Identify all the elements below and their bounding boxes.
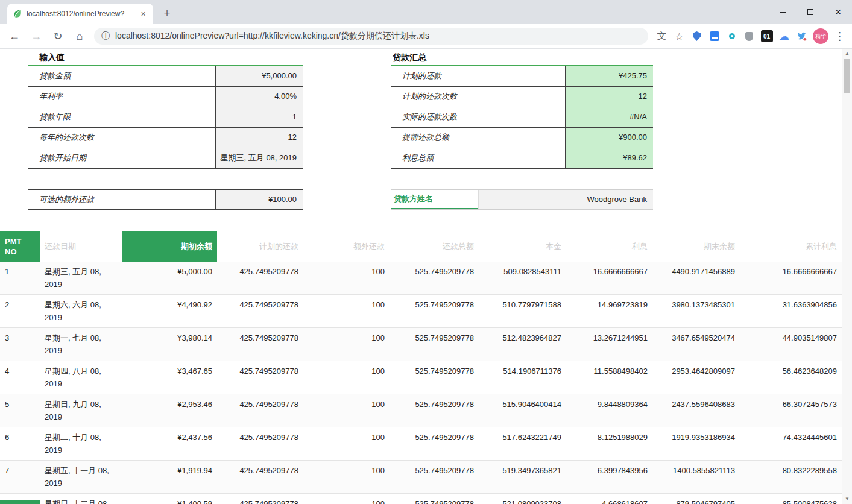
cell-extra-payment: 100 (303, 361, 390, 394)
summary-section-title: 贷款汇总 (391, 51, 653, 65)
cell-ending-balance: 2953.4642809097 (652, 361, 740, 394)
maximize-button[interactable] (797, 0, 824, 24)
cell-ending-balance: 3980.1373485301 (652, 295, 740, 328)
reload-button[interactable]: ↻ (48, 27, 68, 46)
vertical-scrollbar[interactable]: ▲ ▼ (842, 49, 852, 504)
cell-total-payment: 525.7495209778 (390, 461, 479, 494)
header-total-payment: 还款总额 (390, 231, 479, 262)
amortization-schedule: PMT NO 还款日期 期初余额 计划的还款 额外还款 还款总额 本金 利息 期… (0, 231, 842, 504)
back-button[interactable]: ← (5, 27, 24, 46)
tab-strip: localhost:8012/onlinePreview? × + × (0, 0, 852, 24)
cell-beginning-balance: ¥5,000.00 (122, 262, 217, 295)
gray-extension-icon[interactable] (740, 28, 758, 45)
browser-window: localhost:8012/onlinePreview? × + × ← → … (0, 0, 852, 504)
ring-icon (729, 33, 735, 39)
scroll-up-button[interactable]: ▲ (842, 49, 852, 58)
input-row-label: 每年的还款次数 (28, 128, 216, 148)
loan-summary-table: 计划的还款 ¥425.75 计划的还款次数 12 实际的还款次数 #N/A (391, 65, 653, 169)
cell-cumulative-interest: 44.9035149807 (740, 328, 842, 361)
ring-extension-icon[interactable] (723, 28, 740, 45)
cell-scheduled-payment: 425.7495209778 (217, 494, 303, 504)
schedule-row: 6 星期二, 十月 08, 2019 ¥2,437.56 425.7495209… (0, 427, 842, 461)
summary-row: 提前还款总额 ¥900.00 (391, 128, 653, 148)
summary-row: 实际的还款次数 #N/A (391, 107, 653, 128)
minimize-icon (780, 12, 786, 13)
cell-total-payment: 525.7495209778 (390, 328, 479, 361)
cell-cumulative-interest: 80.8322289558 (740, 461, 842, 494)
cell-principal: 521.0809023708 (479, 494, 566, 504)
tab-close-icon[interactable]: × (138, 9, 148, 19)
browser-tab[interactable]: localhost:8012/onlinePreview? × (7, 4, 153, 24)
schedule-row: 5 星期日, 九月 08, 2019 ¥2,953.46 425.7495209… (0, 394, 842, 427)
cell-extra-payment: 100 (303, 461, 390, 494)
cell-principal: 515.9046400414 (479, 394, 566, 427)
badge-01-extension-icon[interactable]: 01 (758, 28, 775, 45)
summary-row-label: 实际的还款次数 (391, 107, 566, 127)
cell-ending-balance: 2437.5596408683 (652, 394, 740, 427)
blue-square-icon (710, 31, 719, 41)
input-row-value: 12 (216, 128, 303, 148)
browser-menu-button[interactable]: ⋮ (831, 28, 848, 45)
header-extra-payment: 额外还款 (303, 231, 390, 262)
cell-interest: 4.668618607 (566, 494, 652, 504)
cell-payment-date: 星期二, 十月 08, 2019 (40, 427, 122, 461)
cell-scheduled-payment: 425.7495209778 (217, 295, 303, 328)
cell-pmt-no: 1 (0, 262, 40, 295)
address-bar[interactable]: ⓘ localhost:8012/onlinePreview?url=http:… (94, 28, 648, 45)
cell-interest: 14.969723819 (566, 295, 652, 328)
cell-ending-balance: 879.5046797405 (652, 494, 740, 504)
summary-row-value: #N/A (566, 107, 653, 127)
url-text: localhost:8012/onlinePreview?url=http://… (115, 31, 429, 42)
minimize-button[interactable] (769, 0, 797, 24)
cell-ending-balance: 3467.6549520474 (652, 328, 740, 361)
header-cumulative-interest: 累计利息 (740, 231, 842, 262)
cell-total-payment: 525.7495209778 (390, 427, 479, 461)
schedule-row: 2 星期六, 六月 08, 2019 ¥4,490.92 425.7495209… (0, 295, 842, 328)
cell-interest: 6.3997843956 (566, 461, 652, 494)
forward-button[interactable]: → (27, 27, 46, 46)
cell-scheduled-payment: 425.7495209778 (217, 427, 303, 461)
shield-icon (693, 31, 701, 41)
kkfileview-leaf-favicon-icon (12, 9, 22, 19)
blue-square-extension-icon[interactable] (705, 28, 723, 45)
page-info-icon[interactable]: ⓘ (101, 31, 110, 42)
cell-payment-date: 星期三, 五月 08, 2019 (40, 262, 122, 295)
tab-title: localhost:8012/onlinePreview? (27, 10, 138, 18)
close-window-button[interactable]: × (824, 0, 852, 24)
cell-beginning-balance: ¥1,400.59 (122, 494, 217, 504)
profile-avatar[interactable]: 精华 (813, 28, 828, 44)
header-pmt-no: PMT NO (0, 231, 40, 262)
header-beginning-balance: 期初余额 (122, 231, 217, 262)
schedule-table: PMT NO 还款日期 期初余额 计划的还款 额外还款 还款总额 本金 利息 期… (0, 231, 842, 504)
window-controls: × (769, 0, 852, 24)
input-row: 贷款年限 1 (28, 107, 303, 128)
cell-extra-payment: 100 (303, 394, 390, 427)
cell-beginning-balance: ¥2,953.46 (122, 394, 217, 427)
bird-extension-icon[interactable] (793, 28, 810, 45)
input-values-section: 输入值 贷款金额 ¥5,000.00 年利率 4.00% 贷款年限 (28, 51, 303, 169)
schedule-header-row: PMT NO 还款日期 期初余额 计划的还款 额外还款 还款总额 本金 利息 期… (0, 231, 842, 262)
cell-total-payment: 525.7495209778 (390, 295, 479, 328)
bookmark-star-icon[interactable]: ☆ (671, 28, 688, 45)
input-row-label: 贷款开始日期 (28, 148, 216, 168)
home-button[interactable]: ⌂ (70, 27, 89, 46)
input-row-value: 4.00% (216, 87, 303, 107)
cell-interest: 11.5588498402 (566, 361, 652, 394)
lender-label: 贷款方姓名 (391, 190, 478, 209)
scrollbar-thumb[interactable] (844, 59, 850, 93)
cell-pmt-no: 6 (0, 427, 40, 461)
cloud-extension-icon[interactable]: ☁ (775, 28, 793, 45)
scroll-down-button[interactable]: ▼ (842, 494, 852, 504)
translate-icon[interactable]: 文 (653, 28, 671, 45)
summary-row-label: 利息总额 (391, 148, 566, 168)
input-row-label: 贷款年限 (28, 107, 216, 127)
input-row: 年利率 4.00% (28, 87, 303, 107)
browser-toolbar: ← → ↻ ⌂ ⓘ localhost:8012/onlinePreview?u… (0, 24, 852, 49)
cloud-icon: ☁ (779, 30, 789, 43)
new-tab-button[interactable]: + (159, 5, 175, 21)
header-interest: 利息 (566, 231, 652, 262)
cell-ending-balance: 1919.9353186934 (652, 427, 740, 461)
cell-payment-date: 星期一, 七月 08, 2019 (40, 328, 122, 361)
shield-extension-icon[interactable] (688, 28, 705, 45)
maximize-icon (807, 9, 813, 15)
